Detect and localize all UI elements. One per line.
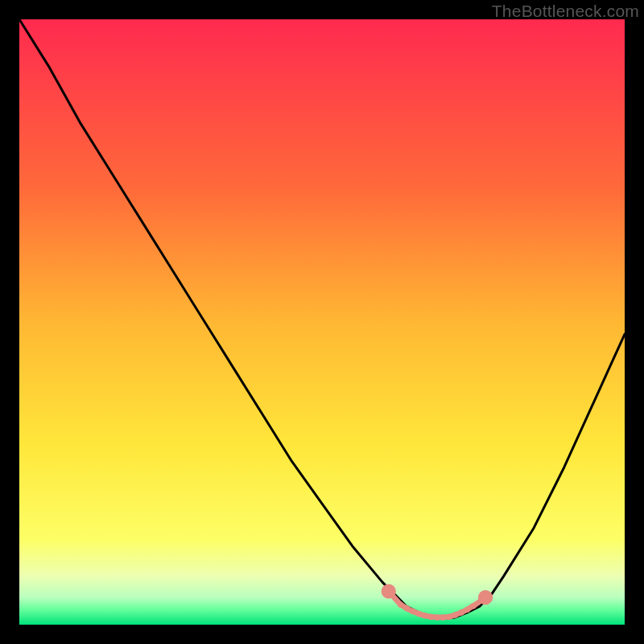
gradient-background bbox=[19, 19, 625, 625]
marker-dot bbox=[404, 605, 410, 611]
marker-dot bbox=[382, 584, 396, 599]
chart-frame: TheBottleneck.com bbox=[0, 0, 644, 644]
chart-svg bbox=[19, 19, 625, 625]
marker-dot bbox=[458, 609, 464, 615]
marker-dot bbox=[470, 603, 476, 609]
marker-dot bbox=[434, 614, 440, 620]
marker-dot bbox=[422, 613, 427, 618]
marker-dot bbox=[446, 614, 452, 620]
plot-area bbox=[19, 19, 625, 625]
marker-dot bbox=[398, 601, 403, 607]
marker-dot bbox=[440, 614, 446, 620]
marker-dot bbox=[428, 614, 434, 620]
marker-dot bbox=[416, 611, 422, 617]
marker-dot bbox=[452, 612, 458, 617]
marker-dot bbox=[478, 590, 493, 605]
marker-dot bbox=[464, 606, 470, 612]
watermark-text: TheBottleneck.com bbox=[492, 2, 639, 21]
marker-dot bbox=[410, 609, 415, 614]
